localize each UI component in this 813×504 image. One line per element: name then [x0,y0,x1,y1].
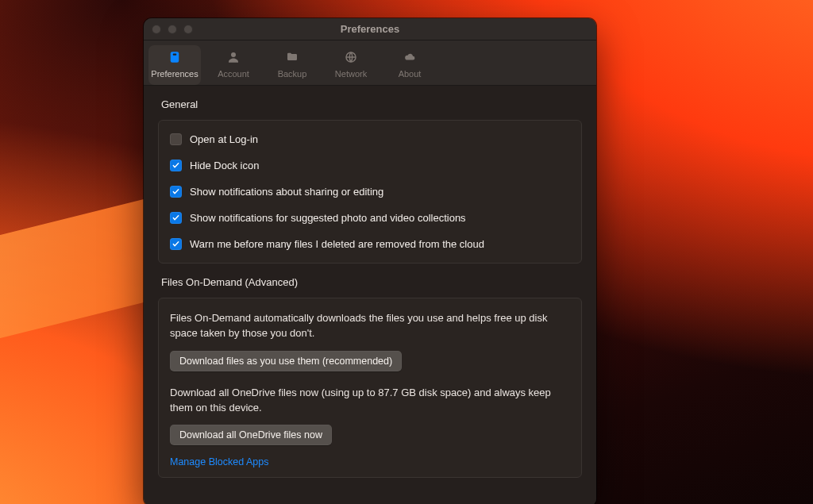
checkbox[interactable] [170,238,182,250]
checkbox-label: Open at Log-in [190,133,258,145]
pref-open-at-login[interactable]: Open at Log-in [170,133,570,145]
prefs-content: General Open at Log-in Hide Dock icon Sh… [144,86,596,504]
prefs-toolbar: Preferences Account Backup Network About [144,40,596,86]
svg-rect-0 [171,52,179,63]
tab-label: Network [335,69,367,79]
minimize-window-button[interactable] [168,25,177,34]
zoom-window-button[interactable] [183,25,193,34]
tab-network[interactable]: Network [325,45,377,85]
globe-icon [343,50,359,64]
tab-about[interactable]: About [383,45,436,85]
titlebar: Preferences [144,18,596,40]
checkbox-label: Warn me before many files I deleted are … [190,238,484,250]
checkbox-label: Show notifications about sharing or edit… [190,186,383,198]
pref-hide-dock-icon[interactable]: Hide Dock icon [170,160,570,171]
folder-icon [284,50,300,64]
tab-account[interactable]: Account [207,45,260,85]
tab-label: Backup [278,69,307,79]
preferences-window: Preferences Preferences Account Backup [144,18,596,504]
preferences-icon [167,50,183,64]
download-all-files-button[interactable]: Download all OneDrive files now [170,425,332,445]
checkbox-label: Show notifications for suggested photo a… [190,212,466,224]
close-window-button[interactable] [152,25,161,34]
pref-warn-delete[interactable]: Warn me before many files I deleted are … [170,238,570,250]
tab-label: About [399,69,422,79]
person-icon [225,50,241,64]
svg-point-2 [231,52,236,57]
pref-share-notifications[interactable]: Show notifications about sharing or edit… [170,186,570,198]
manage-blocked-apps-link[interactable]: Manage Blocked Apps [170,456,570,467]
window-controls [144,25,193,34]
fod-description-1: Files On-Demand automatically downloads … [170,311,570,341]
cloud-icon [402,50,418,64]
section-title-general: General [161,98,579,110]
checkbox[interactable] [170,133,182,145]
section-general: Open at Log-in Hide Dock icon Show notif… [158,120,582,264]
tab-preferences[interactable]: Preferences [148,45,201,85]
checkbox-label: Hide Dock icon [190,160,259,171]
window-title: Preferences [144,23,596,35]
section-files-on-demand: Files On-Demand automatically downloads … [158,298,582,478]
fod-description-2: Download all OneDrive files now (using u… [170,386,570,416]
checkbox[interactable] [170,160,182,171]
checkbox[interactable] [170,212,182,224]
tab-label: Account [218,69,249,79]
tab-label: Preferences [151,69,198,79]
section-title-fod: Files On-Demand (Advanced) [161,276,579,288]
download-as-you-use-button[interactable]: Download files as you use them (recommen… [170,351,402,371]
svg-rect-1 [173,54,177,56]
checkbox[interactable] [170,186,182,198]
pref-photo-notifications[interactable]: Show notifications for suggested photo a… [170,212,570,224]
tab-backup[interactable]: Backup [266,45,318,85]
